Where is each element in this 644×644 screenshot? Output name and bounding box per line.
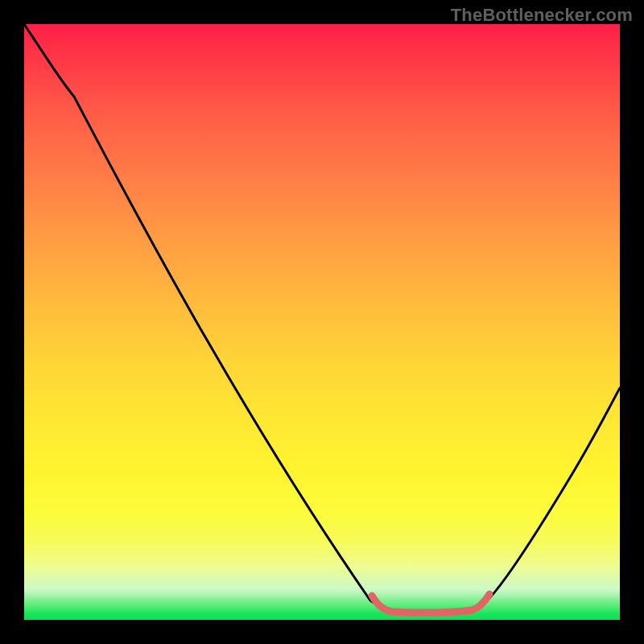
- main-curve: [24, 24, 620, 612]
- highlight-segment: [372, 594, 489, 613]
- chart-curve-layer: [24, 24, 620, 620]
- watermark-text: TheBottlenecker.com: [451, 5, 633, 26]
